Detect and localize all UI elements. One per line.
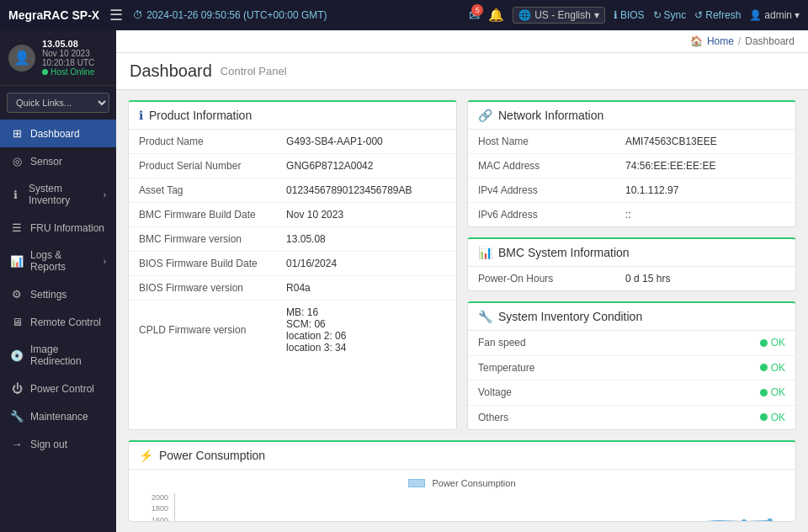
row-label: BIOS Firmware version — [129, 276, 276, 301]
line-chart-svg — [175, 493, 779, 522]
status-badge: OK — [760, 386, 785, 398]
topbar-time: ⏱ 2024-01-26 09:50:56 (UTC+00:00 GMT) — [133, 9, 327, 21]
table-row: CPLD Firmware versionMB: 16 SCM: 06 loca… — [129, 301, 456, 360]
product-info-table: Product NameG493-SB4-AAP1-000Product Ser… — [129, 130, 456, 359]
mail-badge: 5 — [471, 4, 483, 16]
sidebar-item-sensor[interactable]: ◎ Sensor — [0, 147, 116, 175]
sidebar-item-label: Logs & Reports — [30, 249, 97, 273]
sidebar-item-fru[interactable]: ☰ FRU Information — [0, 214, 116, 242]
y-label: 1600 — [139, 516, 171, 522]
row-label: Voltage — [468, 380, 615, 406]
inventory-condition-body: Fan speedOKTemperatureOKVoltageOKOthersO… — [468, 331, 795, 429]
y-label: 2000 — [139, 493, 171, 502]
row-value: 01234567890123456789AB — [276, 178, 456, 203]
sidebar-item-dashboard[interactable]: ⊞ Dashboard — [0, 120, 116, 147]
sync-icon: ↻ — [653, 9, 662, 21]
maintenance-icon: 🔧 — [10, 410, 24, 423]
sidebar-item-sign-out[interactable]: → Sign out — [0, 430, 116, 458]
row-value: OK — [615, 331, 795, 355]
sidebar-item-maintenance[interactable]: 🔧 Maintenance — [0, 402, 116, 430]
network-icon: 🔗 — [478, 109, 492, 122]
language-selector[interactable]: 🌐 US - English ▾ — [513, 7, 605, 24]
power-icon: ⚡ — [139, 449, 153, 462]
sidebar-item-label: Dashboard — [30, 128, 80, 140]
sidebar-item-label: System Inventory — [29, 183, 97, 206]
sidebar-item-image-redirection[interactable]: 💿 Image Redirection — [0, 336, 116, 375]
user-datetime: Nov 10 2023 10:20:18 UTC — [42, 49, 108, 67]
sidebar-item-remote-control[interactable]: 🖥 Remote Control — [0, 308, 116, 336]
svg-point-1 — [742, 519, 747, 522]
row-label: MAC Address — [468, 154, 615, 178]
svg-point-0 — [768, 519, 773, 522]
image-redirection-icon: 💿 — [10, 349, 24, 362]
sidebar-item-label: Settings — [30, 289, 66, 301]
table-row: BIOS Firmware versionR04a — [129, 276, 456, 301]
sidebar-item-power-control[interactable]: ⏻ Power Control — [0, 375, 116, 402]
breadcrumb-separator: / — [738, 35, 741, 47]
refresh-icon: ↺ — [694, 9, 703, 21]
bios-button[interactable]: ℹ BIOS — [614, 9, 645, 21]
row-label: Temperature — [468, 355, 615, 380]
quicklinks-select[interactable]: Quick Links... — [7, 93, 109, 113]
breadcrumb-home[interactable]: Home — [707, 35, 734, 47]
y-label: 1800 — [139, 504, 171, 513]
bmc-info-title: BMC System Information — [498, 246, 630, 259]
row-value: :: — [615, 203, 795, 227]
row-label: Others — [468, 405, 615, 429]
avatar: 👤 — [8, 45, 35, 72]
quicklinks-container: Quick Links... — [7, 93, 109, 113]
mail-icon-wrapper[interactable]: ✉ 5 — [469, 8, 480, 24]
table-row: Product Serial NumberGNG6P8712A0042 — [129, 154, 456, 178]
power-consumption-card: ⚡ Power Consumption Power Consumption 20… — [128, 440, 796, 522]
row-value: MB: 16 SCM: 06 location 2: 06 location 3… — [276, 301, 456, 360]
bios-icon: ℹ — [614, 9, 618, 21]
menu-icon[interactable]: ☰ — [109, 6, 123, 24]
page-subtitle: Control Panel — [221, 65, 287, 77]
table-row: Product NameG493-SB4-AAP1-000 — [129, 130, 456, 154]
row-value: 0 d 15 hrs — [615, 267, 795, 290]
status-dot — [760, 413, 768, 421]
breadcrumb-current: Dashboard — [745, 35, 795, 47]
home-icon: 🏠 — [690, 35, 703, 47]
remote-control-icon: 🖥 — [10, 316, 24, 328]
sidebar: 👤 13.05.08 Nov 10 2023 10:20:18 UTC Host… — [0, 30, 116, 532]
chart-legend: Power Consumption — [139, 478, 785, 488]
power-chart-area: Power Consumption 2000180016001400120010… — [129, 470, 795, 522]
inventory-condition-card: 🔧 System Inventory Condition Fan speedOK… — [467, 301, 796, 430]
inventory-condition-title: System Inventory Condition — [498, 310, 642, 323]
chart-plot — [174, 493, 779, 522]
dashboard-content: ℹ Product Information Product NameG493-S… — [116, 90, 808, 532]
bmc-info-header: 📊 BMC System Information — [468, 239, 795, 267]
row-label: CPLD Firmware version — [129, 301, 276, 360]
status-dot — [760, 364, 768, 371]
network-info-title: Network Information — [498, 109, 603, 122]
bmc-info-card: 📊 BMC System Information Power-On Hours0… — [467, 237, 796, 291]
sidebar-item-settings[interactable]: ⚙ Settings — [0, 280, 116, 308]
chart-y-labels: 200018001600140012001000800600400200 — [139, 493, 171, 522]
alert-icon[interactable]: 🔔 — [488, 8, 504, 23]
table-row: IPv6 Address:: — [468, 203, 795, 227]
row-value: 74:56:EE:EE:EE:EE — [615, 154, 795, 178]
sync-button[interactable]: ↻ Sync — [653, 9, 687, 21]
bmc-icon: 📊 — [478, 246, 492, 259]
table-row: Fan speedOK — [468, 331, 795, 355]
admin-menu[interactable]: 👤 admin ▾ — [749, 9, 800, 21]
table-row: BMC Firmware version13.05.08 — [129, 227, 456, 252]
power-consumption-title: Power Consumption — [159, 449, 265, 462]
sidebar-item-system-inventory[interactable]: ℹ System Inventory › — [0, 175, 116, 214]
refresh-button[interactable]: ↺ Refresh — [694, 9, 741, 21]
user-date: 13.05.08 — [42, 39, 108, 49]
product-info-body: Product NameG493-SB4-AAP1-000Product Ser… — [129, 130, 456, 359]
row-label: Product Serial Number — [129, 154, 276, 178]
sidebar-item-label: Sign out — [30, 439, 67, 450]
row-label: IPv4 Address — [468, 178, 615, 203]
chevron-down-icon: ▾ — [594, 9, 599, 21]
dashboard-icon: ⊞ — [10, 127, 24, 140]
sidebar-item-logs-reports[interactable]: 📊 Logs & Reports › — [0, 242, 116, 280]
table-row: Asset Tag01234567890123456789AB — [129, 178, 456, 203]
product-info-title: Product Information — [149, 109, 252, 122]
legend-box — [408, 479, 425, 487]
network-info-header: 🔗 Network Information — [468, 102, 795, 130]
row-value: Nov 10 2023 — [276, 203, 456, 227]
wrench-icon: 🔧 — [478, 310, 492, 323]
